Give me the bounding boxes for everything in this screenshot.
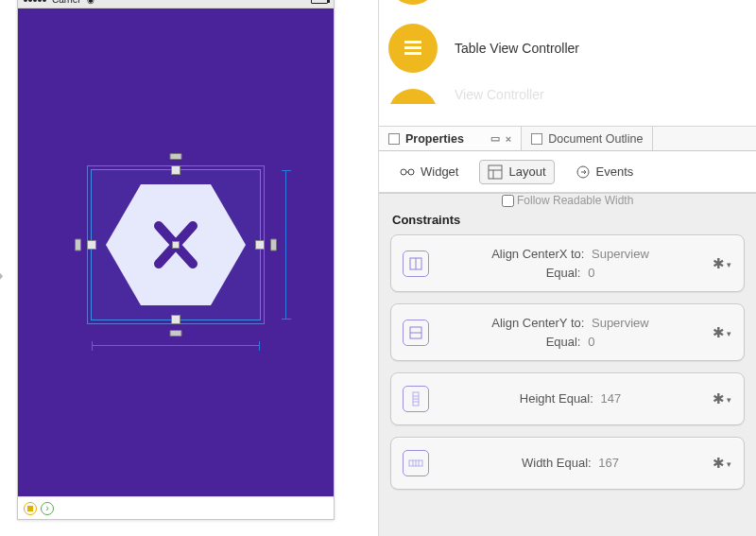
widget-segment[interactable]: Widget (392, 161, 466, 183)
constraint-centerx[interactable]: Align CenterX to: Superview Equal: 0 ✱▾ (390, 234, 745, 292)
outline-icon (531, 133, 542, 145)
scene-exit-icon[interactable] (24, 502, 37, 515)
constraints-heading: Constraints (379, 207, 756, 234)
scene-dock[interactable] (18, 496, 334, 519)
properties-toolbar: Widget Layout Events (379, 151, 756, 193)
table-view-controller-icon[interactable] (388, 24, 438, 73)
width-icon (403, 450, 429, 476)
follow-readable-checkbox[interactable] (502, 195, 514, 207)
constraint-gear[interactable]: ✱▾ (712, 455, 732, 472)
ios-status-bar: Carrier (18, 0, 334, 9)
battery-icon (311, 0, 328, 4)
properties-icon (388, 133, 400, 145)
svg-point-6 (408, 169, 414, 175)
right-panel: Table View Controller View Controller Pr… (378, 0, 756, 536)
properties-panel[interactable]: Follow Readable Width Constraints Align … (379, 193, 756, 536)
root-view[interactable] (18, 9, 334, 496)
prev-scene-arrow-icon[interactable]: › (0, 260, 4, 288)
resize-handle-e[interactable] (255, 240, 265, 250)
svg-rect-8 (489, 165, 502, 179)
pin-handle-e[interactable] (270, 239, 277, 251)
device-frame: Carrier (17, 0, 335, 520)
constraint-gear[interactable]: ✱▾ (712, 255, 732, 272)
scene-firstresponder-icon[interactable] (41, 502, 54, 515)
designer-canvas[interactable]: › Carrier (0, 0, 378, 536)
unknown-controller-icon[interactable] (388, 0, 438, 5)
svg-rect-1 (404, 41, 421, 43)
wifi-icon (87, 0, 94, 5)
layout-icon (488, 164, 503, 180)
constraint-height[interactable]: Height Equal: 147 ✱▾ (390, 372, 745, 425)
resize-handle-n[interactable] (171, 165, 180, 175)
svg-rect-2 (404, 46, 421, 49)
pin-handle-n[interactable] (170, 153, 182, 160)
panel-tabs: Properties ▭ × Document Outline (379, 127, 756, 151)
constraint-gear[interactable]: ✱▾ (712, 324, 732, 341)
constraint-centery[interactable]: Align CenterY to: Superview Equal: 0 ✱▾ (390, 303, 745, 361)
svg-point-5 (401, 169, 406, 175)
events-icon (576, 164, 591, 180)
toolbox[interactable]: Table View Controller View Controller (379, 0, 756, 127)
constraint-gear[interactable]: ✱▾ (712, 390, 732, 407)
tab-properties[interactable]: Properties ▭ × (379, 127, 522, 150)
popout-icon[interactable]: ▭ (490, 132, 500, 145)
centerx-icon (403, 251, 429, 277)
selected-imageview[interactable] (91, 169, 261, 320)
svg-rect-3 (404, 52, 421, 55)
follow-readable-width-row[interactable]: Follow Readable Width (379, 194, 756, 207)
constraint-width[interactable]: Width Equal: 167 ✱▾ (390, 437, 745, 490)
center-handle[interactable] (172, 241, 180, 249)
tab-document-outline[interactable]: Document Outline (522, 127, 653, 150)
pin-handle-s[interactable] (170, 330, 182, 337)
height-icon (403, 386, 429, 412)
layout-segment[interactable]: Layout (479, 160, 554, 184)
events-segment[interactable]: Events (568, 161, 642, 183)
pin-handle-w[interactable] (75, 239, 81, 251)
widget-icon (400, 164, 415, 180)
carrier-label: Carrier (52, 0, 81, 5)
toolbox-item-label[interactable]: View Controller (455, 87, 544, 102)
toolbox-item-label[interactable]: Table View Controller (455, 41, 579, 56)
resize-handle-s[interactable] (171, 315, 180, 324)
close-icon[interactable]: × (506, 133, 511, 145)
view-controller-icon[interactable] (388, 89, 438, 104)
centery-icon (403, 320, 429, 346)
resize-handle-w[interactable] (87, 240, 96, 250)
